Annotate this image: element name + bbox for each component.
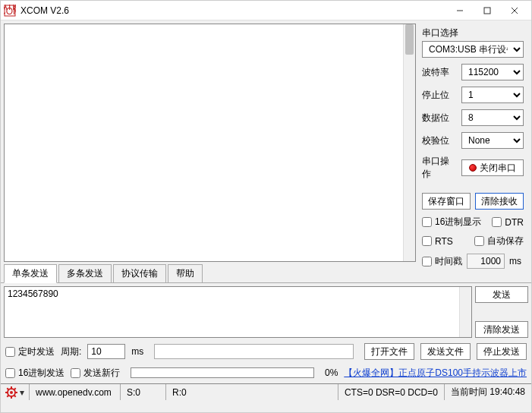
period-label: 周期:	[61, 345, 81, 358]
send-options: 定时发送 周期: ms 打开文件 发送文件 停止发送 16进制发送 发送新行 0…	[1, 341, 531, 383]
svg-rect-4	[484, 8, 490, 14]
rts-checkbox[interactable]: RTS	[422, 236, 470, 247]
tab-help[interactable]: 帮助	[168, 264, 203, 282]
data-label: 数据位	[422, 112, 457, 125]
hex-display-checkbox[interactable]: 16进制显示	[422, 216, 487, 229]
stop-select[interactable]: 1	[461, 87, 524, 103]
svg-text:COM: COM	[4, 6, 16, 17]
tab-multi-send[interactable]: 多条发送	[58, 264, 112, 282]
rts-autosave-row: RTS 自动保存	[422, 235, 524, 247]
gear-icon	[5, 386, 17, 399]
save-clear-row: 保存窗口 清除接收	[422, 193, 524, 210]
send-textarea[interactable]: 1234567890	[4, 286, 472, 338]
status-signals: CTS=0 DSR=0 DCD=0	[338, 384, 445, 400]
timed-send-checkbox[interactable]: 定时发送	[5, 345, 55, 358]
data-row: 数据位 8	[422, 109, 524, 126]
baud-label: 波特率	[422, 66, 457, 79]
status-received: R:0	[166, 384, 338, 400]
svg-point-8	[10, 391, 13, 394]
tab-protocol[interactable]: 协议传输	[113, 264, 166, 282]
save-window-button[interactable]: 保存窗口	[422, 193, 471, 210]
period-input[interactable]	[87, 344, 125, 359]
clear-receive-button[interactable]: 清除接收	[475, 193, 524, 210]
data-select[interactable]: 8	[461, 109, 524, 126]
stop-send-button[interactable]: 停止发送	[477, 343, 527, 360]
timed-row: 定时发送 周期: ms 打开文件 发送文件 停止发送	[5, 342, 527, 361]
stop-row: 停止位 1	[422, 87, 524, 103]
toggle-port-label: 关闭串口	[480, 162, 516, 175]
svg-line-15	[7, 395, 8, 396]
send-content: 1234567890	[8, 288, 58, 299]
clear-send-button[interactable]: 清除发送	[475, 321, 528, 338]
hex-send-checkbox[interactable]: 16进制发送	[5, 367, 65, 380]
close-button[interactable]	[501, 1, 528, 20]
status-sent: S:0	[121, 384, 166, 400]
promo-link[interactable]: 【火爆全网】正点原子DS100手持示波器上市	[344, 367, 527, 380]
progress-percent: 0%	[325, 367, 338, 378]
status-time: 当前时间 19:40:48	[445, 384, 531, 400]
maximize-button[interactable]	[474, 1, 501, 20]
stop-label: 停止位	[422, 89, 457, 102]
send-button[interactable]: 发送	[475, 286, 528, 303]
baud-select[interactable]: 115200	[461, 64, 524, 80]
op-row: 串口操作 关闭串口	[422, 155, 524, 181]
receive-textarea[interactable]	[4, 24, 416, 262]
baud-row: 波特率 115200	[422, 64, 524, 80]
window-title: XCOM V2.6	[20, 5, 446, 16]
titlebar: ATKCOM XCOM V2.6	[1, 1, 531, 20]
minimize-button[interactable]	[446, 1, 474, 20]
settings-button[interactable]: ▾	[1, 384, 30, 400]
scrollbar-thumb[interactable]	[405, 24, 414, 55]
window-controls	[446, 1, 528, 20]
op-label: 串口操作	[422, 155, 457, 181]
hex-dtr-row: 16进制显示 DTR	[422, 216, 524, 229]
port-section-label: 串口选择	[422, 27, 524, 39]
app-icon: ATKCOM	[4, 5, 16, 17]
receive-scrollbar[interactable]	[403, 24, 415, 261]
timestamp-row: 时间戳 ms	[422, 254, 524, 269]
period-unit: ms	[131, 346, 143, 357]
parity-row: 校验位 None	[422, 132, 524, 149]
progress-bar	[131, 367, 314, 378]
timestamp-interval-input[interactable]	[467, 254, 505, 269]
main-area: 串口选择 COM3:USB 串行设备 波特率 115200 停止位 1 数据位 …	[1, 20, 531, 265]
svg-line-14	[14, 395, 16, 396]
dtr-checkbox[interactable]: DTR	[492, 217, 524, 228]
send-file-button[interactable]: 发送文件	[420, 343, 471, 360]
send-buttons: 发送 清除发送	[475, 286, 528, 338]
file-path-input[interactable]	[154, 344, 354, 359]
send-scrollbar[interactable]	[459, 287, 471, 337]
toggle-port-button[interactable]: 关闭串口	[461, 159, 524, 176]
port-section: 串口选择 COM3:USB 串行设备	[422, 27, 524, 58]
dropdown-icon: ▾	[20, 387, 24, 398]
timestamp-unit: ms	[509, 256, 521, 266]
svg-line-16	[14, 388, 16, 389]
hex-row: 16进制发送 发送新行 0% 【火爆全网】正点原子DS100手持示波器上市	[5, 364, 527, 382]
parity-label: 校验位	[422, 134, 457, 147]
tab-single-send[interactable]: 单条发送	[4, 264, 57, 283]
open-file-button[interactable]: 打开文件	[364, 343, 414, 360]
send-area: 1234567890 发送 清除发送	[1, 283, 531, 341]
svg-line-13	[7, 388, 8, 389]
record-icon	[469, 164, 477, 172]
side-panel: 串口选择 COM3:USB 串行设备 波特率 115200 停止位 1 数据位 …	[416, 20, 531, 265]
port-select[interactable]: COM3:USB 串行设备	[422, 41, 524, 58]
autosave-checkbox[interactable]: 自动保存	[474, 235, 524, 247]
timestamp-checkbox[interactable]: 时间戳	[422, 255, 462, 268]
status-url[interactable]: www.openedv.com	[30, 384, 121, 400]
parity-select[interactable]: None	[461, 132, 524, 149]
send-newline-checkbox[interactable]: 发送新行	[71, 367, 120, 380]
status-bar: ▾ www.openedv.com S:0 R:0 CTS=0 DSR=0 DC…	[1, 383, 531, 400]
